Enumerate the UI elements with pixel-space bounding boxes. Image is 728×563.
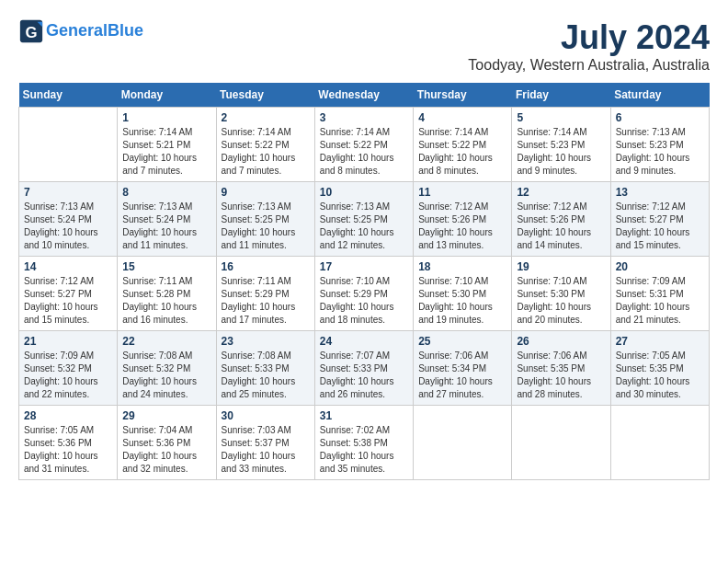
calendar-header-row: SundayMondayTuesdayWednesdayThursdayFrid… [19, 83, 710, 108]
day-info: Sunrise: 7:10 AMSunset: 5:30 PMDaylight:… [517, 275, 605, 327]
calendar-cell: 31Sunrise: 7:02 AMSunset: 5:38 PMDayligh… [314, 406, 413, 480]
day-info: Sunrise: 7:04 AMSunset: 5:36 PMDaylight:… [122, 424, 210, 476]
calendar-cell: 10Sunrise: 7:13 AMSunset: 5:25 PMDayligh… [314, 182, 413, 257]
day-info: Sunrise: 7:07 AMSunset: 5:33 PMDaylight:… [320, 350, 408, 401]
day-number: 7 [24, 186, 112, 199]
day-number: 25 [418, 335, 506, 348]
day-number: 17 [320, 260, 408, 273]
day-info: Sunrise: 7:11 AMSunset: 5:28 PMDaylight:… [122, 275, 210, 327]
location-title: Toodyay, Western Australia, Australia [468, 57, 710, 74]
calendar-cell: 30Sunrise: 7:03 AMSunset: 5:37 PMDayligh… [216, 406, 314, 480]
week-row-5: 28Sunrise: 7:05 AMSunset: 5:36 PMDayligh… [19, 406, 710, 480]
calendar-cell: 22Sunrise: 7:08 AMSunset: 5:32 PMDayligh… [118, 331, 216, 406]
day-info: Sunrise: 7:13 AMSunset: 5:23 PMDaylight:… [616, 126, 704, 178]
day-info: Sunrise: 7:06 AMSunset: 5:35 PMDaylight:… [517, 350, 605, 401]
calendar-cell [414, 406, 512, 480]
day-number: 16 [222, 260, 310, 273]
day-info: Sunrise: 7:08 AMSunset: 5:33 PMDaylight:… [222, 350, 310, 401]
title-block: July 2024 Toodyay, Western Australia, Au… [468, 18, 710, 74]
day-number: 27 [616, 335, 704, 348]
calendar-cell: 23Sunrise: 7:08 AMSunset: 5:33 PMDayligh… [216, 331, 314, 406]
logo-line1: General [46, 21, 108, 40]
calendar-cell: 9Sunrise: 7:13 AMSunset: 5:25 PMDaylight… [216, 182, 314, 257]
header-tuesday: Tuesday [216, 83, 314, 108]
day-number: 28 [24, 409, 112, 422]
day-number: 14 [24, 260, 112, 273]
week-row-4: 21Sunrise: 7:09 AMSunset: 5:32 PMDayligh… [19, 331, 710, 406]
day-number: 3 [320, 111, 408, 124]
day-number: 31 [320, 409, 408, 422]
day-info: Sunrise: 7:12 AMSunset: 5:27 PMDaylight:… [24, 275, 112, 327]
calendar-cell: 27Sunrise: 7:05 AMSunset: 5:35 PMDayligh… [610, 331, 709, 406]
day-number: 22 [122, 335, 210, 348]
calendar-cell: 6Sunrise: 7:13 AMSunset: 5:23 PMDaylight… [610, 108, 709, 182]
day-number: 5 [517, 111, 605, 124]
calendar-cell [610, 406, 709, 480]
day-info: Sunrise: 7:14 AMSunset: 5:22 PMDaylight:… [222, 126, 310, 178]
calendar-cell: 18Sunrise: 7:10 AMSunset: 5:30 PMDayligh… [414, 257, 512, 331]
day-info: Sunrise: 7:14 AMSunset: 5:22 PMDaylight:… [418, 126, 506, 178]
calendar-cell: 8Sunrise: 7:13 AMSunset: 5:24 PMDaylight… [118, 182, 216, 257]
header-wednesday: Wednesday [314, 83, 413, 108]
day-number: 20 [616, 260, 704, 273]
header-saturday: Saturday [610, 83, 709, 108]
calendar-cell: 7Sunrise: 7:13 AMSunset: 5:24 PMDaylight… [19, 182, 118, 257]
calendar-cell [512, 406, 610, 480]
week-row-1: 1Sunrise: 7:14 AMSunset: 5:21 PMDaylight… [19, 108, 710, 182]
calendar-cell: 24Sunrise: 7:07 AMSunset: 5:33 PMDayligh… [314, 331, 413, 406]
day-info: Sunrise: 7:14 AMSunset: 5:23 PMDaylight:… [517, 126, 605, 178]
day-info: Sunrise: 7:10 AMSunset: 5:29 PMDaylight:… [320, 275, 408, 327]
svg-text:G: G [25, 24, 37, 41]
day-info: Sunrise: 7:13 AMSunset: 5:24 PMDaylight:… [24, 201, 112, 252]
calendar-cell: 29Sunrise: 7:04 AMSunset: 5:36 PMDayligh… [118, 406, 216, 480]
day-info: Sunrise: 7:13 AMSunset: 5:25 PMDaylight:… [222, 201, 310, 252]
day-number: 15 [122, 260, 210, 273]
calendar-cell: 20Sunrise: 7:09 AMSunset: 5:31 PMDayligh… [610, 257, 709, 331]
day-info: Sunrise: 7:12 AMSunset: 5:26 PMDaylight:… [418, 201, 506, 252]
calendar-cell: 21Sunrise: 7:09 AMSunset: 5:32 PMDayligh… [19, 331, 118, 406]
day-info: Sunrise: 7:03 AMSunset: 5:37 PMDaylight:… [222, 424, 310, 476]
day-number: 21 [24, 335, 112, 348]
day-number: 13 [616, 186, 704, 199]
day-info: Sunrise: 7:09 AMSunset: 5:32 PMDaylight:… [24, 350, 112, 401]
day-info: Sunrise: 7:02 AMSunset: 5:38 PMDaylight:… [320, 424, 408, 476]
day-info: Sunrise: 7:05 AMSunset: 5:35 PMDaylight:… [616, 350, 704, 401]
day-number: 29 [122, 409, 210, 422]
day-info: Sunrise: 7:10 AMSunset: 5:30 PMDaylight:… [418, 275, 506, 327]
calendar-cell: 3Sunrise: 7:14 AMSunset: 5:22 PMDaylight… [314, 108, 413, 182]
calendar-cell: 1Sunrise: 7:14 AMSunset: 5:21 PMDaylight… [118, 108, 216, 182]
calendar-table: SundayMondayTuesdayWednesdayThursdayFrid… [18, 83, 710, 480]
day-number: 6 [616, 111, 704, 124]
day-number: 10 [320, 186, 408, 199]
day-number: 24 [320, 335, 408, 348]
week-row-3: 14Sunrise: 7:12 AMSunset: 5:27 PMDayligh… [19, 257, 710, 331]
header-monday: Monday [118, 83, 216, 108]
logo-icon: G [18, 18, 44, 44]
calendar-cell: 26Sunrise: 7:06 AMSunset: 5:35 PMDayligh… [512, 331, 610, 406]
calendar-cell: 4Sunrise: 7:14 AMSunset: 5:22 PMDaylight… [414, 108, 512, 182]
calendar-cell: 5Sunrise: 7:14 AMSunset: 5:23 PMDaylight… [512, 108, 610, 182]
day-info: Sunrise: 7:06 AMSunset: 5:34 PMDaylight:… [418, 350, 506, 401]
calendar-cell [19, 108, 118, 182]
day-info: Sunrise: 7:08 AMSunset: 5:32 PMDaylight:… [122, 350, 210, 401]
week-row-2: 7Sunrise: 7:13 AMSunset: 5:24 PMDaylight… [19, 182, 710, 257]
header-thursday: Thursday [414, 83, 512, 108]
day-info: Sunrise: 7:13 AMSunset: 5:24 PMDaylight:… [122, 201, 210, 252]
day-number: 1 [122, 111, 210, 124]
header-friday: Friday [512, 83, 610, 108]
calendar-cell: 2Sunrise: 7:14 AMSunset: 5:22 PMDaylight… [216, 108, 314, 182]
calendar-cell: 13Sunrise: 7:12 AMSunset: 5:27 PMDayligh… [610, 182, 709, 257]
calendar-cell: 28Sunrise: 7:05 AMSunset: 5:36 PMDayligh… [19, 406, 118, 480]
calendar-cell: 14Sunrise: 7:12 AMSunset: 5:27 PMDayligh… [19, 257, 118, 331]
month-title: July 2024 [468, 18, 710, 57]
day-info: Sunrise: 7:12 AMSunset: 5:26 PMDaylight:… [517, 201, 605, 252]
header-sunday: Sunday [19, 83, 118, 108]
logo-line2: Blue [108, 21, 143, 40]
day-number: 2 [222, 111, 310, 124]
day-number: 19 [517, 260, 605, 273]
day-number: 4 [418, 111, 506, 124]
logo: G GeneralBlue [18, 18, 143, 44]
calendar-cell: 19Sunrise: 7:10 AMSunset: 5:30 PMDayligh… [512, 257, 610, 331]
day-info: Sunrise: 7:09 AMSunset: 5:31 PMDaylight:… [616, 275, 704, 327]
page-header: G GeneralBlue July 2024 Toodyay, Western… [18, 18, 710, 74]
